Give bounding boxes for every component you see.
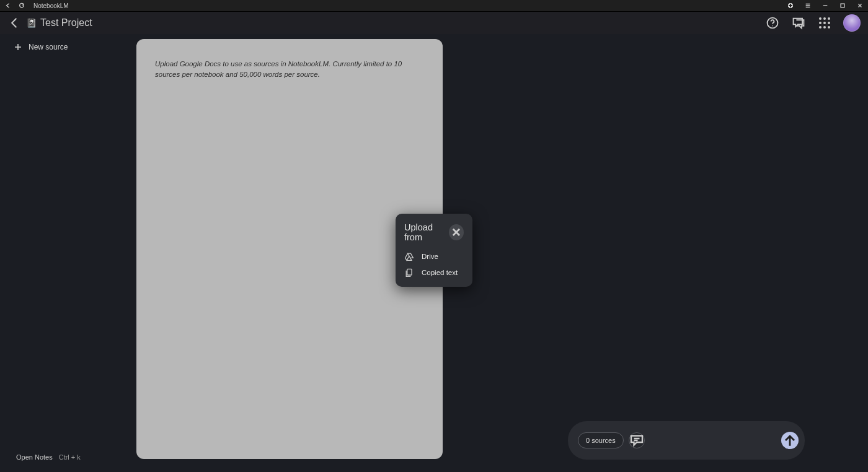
chat-composer: 0 sources xyxy=(568,421,805,460)
drive-icon xyxy=(404,251,414,261)
help-button[interactable] xyxy=(765,15,780,30)
reload-icon xyxy=(19,2,25,9)
nav-back-button[interactable] xyxy=(4,1,12,10)
new-source-button[interactable]: New source xyxy=(14,43,68,51)
extension-icon xyxy=(787,2,794,9)
notebook-icon: 📓 xyxy=(26,18,37,28)
window-minimize-button[interactable] xyxy=(821,1,830,10)
extension-button[interactable] xyxy=(786,1,795,10)
open-notes-label: Open Notes xyxy=(16,453,53,461)
google-apps-button[interactable] xyxy=(817,15,832,30)
apps-grid-icon xyxy=(819,17,830,28)
main-area: New source Open Notes Ctrl + k Upload Go… xyxy=(0,34,868,472)
arrow-left-icon xyxy=(5,2,11,9)
project-title: Test Project xyxy=(40,17,92,28)
send-button[interactable] xyxy=(781,432,799,449)
sources-count-label: 0 sources xyxy=(586,437,616,444)
maximize-icon xyxy=(839,2,846,9)
help-icon xyxy=(765,15,780,30)
upload-option-copied-text[interactable]: Copied text xyxy=(404,264,464,281)
svg-rect-3 xyxy=(407,269,412,275)
hamburger-icon xyxy=(805,2,811,9)
open-notes-shortcut: Ctrl + k xyxy=(59,453,81,461)
close-icon xyxy=(449,225,464,240)
arrow-up-icon xyxy=(781,432,799,449)
chat-icon xyxy=(791,15,806,30)
plus-icon xyxy=(14,43,22,51)
svg-point-2 xyxy=(772,25,773,26)
upload-option-label: Copied text xyxy=(422,269,458,276)
sources-pill[interactable]: 0 sources xyxy=(578,432,624,448)
user-avatar[interactable] xyxy=(843,14,861,32)
copied-text-icon xyxy=(404,268,414,278)
upload-popover: Upload from Drive Copied text xyxy=(396,214,472,287)
minimize-icon xyxy=(822,2,828,9)
upload-option-label: Drive xyxy=(422,253,438,260)
close-icon xyxy=(857,2,863,9)
app-header: 📓 Test Project xyxy=(0,12,868,34)
svg-rect-0 xyxy=(841,4,844,7)
reload-button[interactable] xyxy=(17,1,26,10)
open-notes-footer[interactable]: Open Notes Ctrl + k xyxy=(16,453,81,461)
window-close-button[interactable] xyxy=(856,1,864,10)
arrow-left-icon xyxy=(7,15,22,30)
feedback-button[interactable] xyxy=(791,15,806,30)
upload-option-drive[interactable]: Drive xyxy=(404,248,464,264)
document-placeholder-text: Upload Google Docs to use as sources in … xyxy=(155,59,422,79)
composer-mode-button[interactable] xyxy=(629,432,645,448)
project-title-area[interactable]: 📓 Test Project xyxy=(26,17,92,28)
window-menu-button[interactable] xyxy=(804,1,812,10)
window-maximize-button[interactable] xyxy=(838,1,847,10)
back-button[interactable] xyxy=(7,15,22,30)
chat-bubble-icon xyxy=(629,433,644,448)
upload-popover-title: Upload from xyxy=(404,222,449,242)
window-titlebar: NotebookLM xyxy=(0,0,868,12)
new-source-label: New source xyxy=(29,43,68,51)
window-title: NotebookLM xyxy=(33,2,69,9)
upload-popover-close-button[interactable] xyxy=(449,224,464,240)
